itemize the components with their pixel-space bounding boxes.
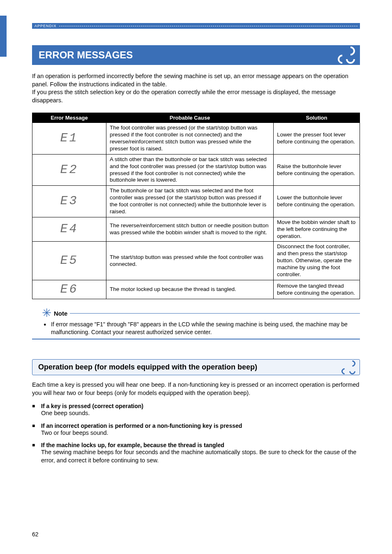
cell-cause: The reverse/reinforcement stitch button … [106,217,274,242]
list-item-body: One beep sounds. [41,409,360,418]
intro-paragraph: If an operation is performed incorrectly… [32,72,360,104]
cell-solution: Move the bobbin winder shaft to the left… [274,217,360,242]
cell-cause: The start/stop button was pressed while … [106,242,274,280]
subsection-intro: Each time a key is pressed you will hear… [32,381,360,397]
section-title: ERROR MESSAGES [39,49,133,60]
side-tab [0,16,7,57]
list-item-title: If the machine locks up, for example, be… [41,442,360,448]
error-messages-table: Error Message Probable Cause Solution E1… [32,113,360,299]
header-bar: APPENDIX [32,23,360,29]
intro-line: If you press the stitch selection key or… [32,88,360,104]
note-heading: ✳ Note [42,307,360,319]
table-row: E3 The buttonhole or bar tack stitch was… [32,186,360,217]
table-row: E6 The motor locked up because the threa… [32,280,360,299]
cell-solution: Remove the tangled thread before continu… [274,280,360,299]
header-section-label: APPENDIX [32,24,57,28]
list-item: If the machine locks up, for example, be… [32,442,360,464]
error-code: E5 [60,254,78,268]
banner-decoration-icon [337,46,356,65]
subsection-title-banner: Operation beep (for models equipped with… [32,359,360,375]
th-error-message: Error Message [32,113,106,123]
cell-cause: The motor locked up because the thread i… [106,280,274,299]
subbanner-decoration-icon [341,360,355,374]
cell-code: E3 [32,186,106,217]
section-title-banner: ERROR MESSAGES [32,45,360,65]
page-body: ERROR MESSAGES If an operation is perfor… [32,45,360,469]
note-icon: ✳ [42,307,51,319]
cell-code: E1 [32,123,106,155]
cell-code: E2 [32,154,106,186]
error-code: E3 [60,194,78,208]
error-code: E2 [60,163,78,177]
cell-solution: Lower the buttonhole lever before contin… [274,186,360,217]
list-item: If a key is pressed (correct operation) … [32,403,360,418]
list-item: If an incorrect operation is performed o… [32,422,360,437]
error-code: E6 [60,282,78,296]
list-item-body: The sewing machine beeps for four second… [41,448,360,464]
note-text: If error message "F1" through "F8" appea… [44,321,360,336]
error-code: E1 [60,131,78,145]
page-number: 62 [32,531,39,538]
table-row: E4 The reverse/reinforcement stitch butt… [32,217,360,242]
cell-cause: The foot controller was pressed (or the … [106,123,274,155]
note-block: ✳ Note If error message "F1" through "F8… [32,307,360,339]
cell-cause: A stitch other than the buttonhole or ba… [106,154,274,186]
note-head-line [70,313,360,314]
cell-solution: Lower the presser foot lever before cont… [274,123,360,155]
intro-line: If an operation is performed incorrectly… [32,72,360,88]
cell-code: E6 [32,280,106,299]
note-label: Note [54,310,67,317]
th-probable-cause: Probable Cause [106,113,274,123]
cell-solution: Disconnect the foot controller, and then… [274,242,360,280]
table-row: E2 A stitch other than the buttonhole or… [32,154,360,186]
list-item-title: If an incorrect operation is performed o… [41,422,360,429]
list-item-body: Two or four beeps sound. [41,429,360,437]
header-dash-line [59,26,357,26]
cell-code: E4 [32,217,106,242]
table-header-row: Error Message Probable Cause Solution [32,113,360,123]
table-row: E1 The foot controller was pressed (or t… [32,123,360,155]
table-row: E5 The start/stop button was pressed whi… [32,242,360,280]
note-bottom-line [32,339,360,339]
cell-code: E5 [32,242,106,280]
cell-solution: Raise the buttonhole lever before contin… [274,154,360,186]
list-item-title: If a key is pressed (correct operation) [41,403,360,409]
th-solution: Solution [274,113,360,123]
cell-cause: The buttonhole or bar tack stitch was se… [106,186,274,217]
subsection-title: Operation beep (for models equipped with… [38,363,257,371]
error-code: E4 [60,222,78,236]
